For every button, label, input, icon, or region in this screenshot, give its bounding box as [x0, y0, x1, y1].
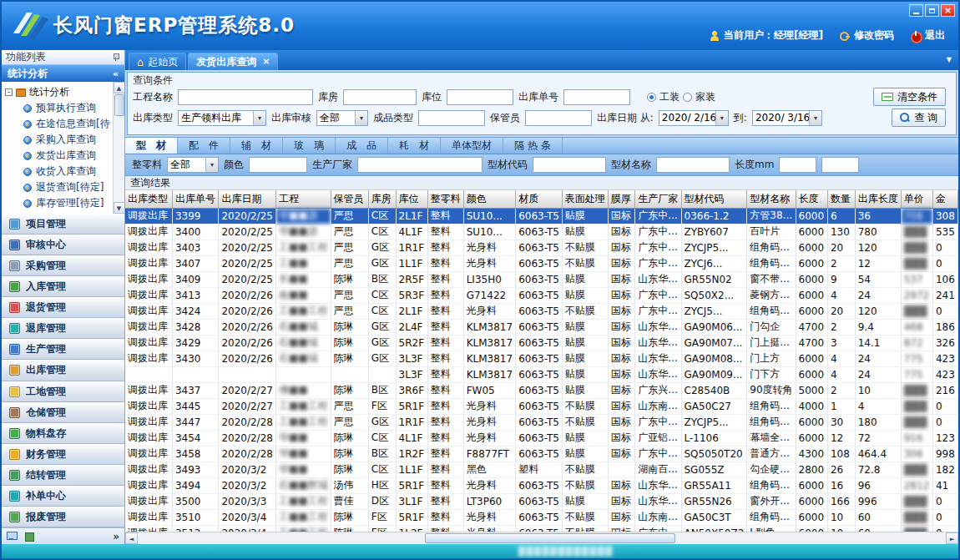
tab-home[interactable]: ⌂ 起始页: [129, 53, 186, 70]
close-tab-icon[interactable]: ×: [262, 53, 270, 70]
tree-item[interactable]: 发货出库查询: [5, 148, 113, 164]
location-input[interactable]: [447, 89, 513, 105]
hscroll-thumb[interactable]: [425, 533, 675, 543]
tree-item[interactable]: 在途信息查询[待: [5, 116, 113, 132]
tree-scrollbar[interactable]: ▲ ▼: [113, 82, 124, 214]
sidebar-module[interactable]: 审核中心: [2, 235, 124, 255]
column-header[interactable]: 型材名称: [747, 190, 796, 208]
sidebar-module[interactable]: 结转管理: [2, 465, 124, 486]
tree-item[interactable]: 收货入库查询: [5, 164, 113, 179]
expander-icon[interactable]: -: [5, 88, 13, 96]
table-row[interactable]: 调拨出库34072020/2/25工■■严思G区1L1F整料光身料6063-T5…: [125, 255, 958, 271]
table-row[interactable]: 调拨出库35122020/3/4工■■工程陈琳F区1L2F整料光身料6063-T…: [125, 525, 958, 532]
whole-scrap-select[interactable]: 全部 ▾: [167, 157, 219, 173]
tab-list-dropdown-icon[interactable]: ▼: [947, 56, 952, 63]
tree-root-statistics[interactable]: - 统计分析: [5, 84, 113, 100]
tree-item[interactable]: 库存管理[待定]: [5, 195, 113, 211]
material-tab[interactable]: 隔 热 条: [503, 138, 563, 154]
sidebar-module[interactable]: 退库管理: [2, 318, 124, 339]
material-tab[interactable]: 单体型材: [441, 138, 503, 154]
column-header[interactable]: 数量: [827, 190, 855, 208]
column-header[interactable]: 膜厚: [608, 190, 634, 208]
material-tab[interactable]: 玻 璃: [283, 138, 336, 154]
column-header[interactable]: 整零料: [427, 190, 463, 208]
table-row[interactable]: 调拨出库34032020/2/25工■■工程严思G区1R1F整料光身料6063-…: [125, 240, 958, 255]
material-tab[interactable]: 配 件: [178, 138, 230, 154]
outbound-type-select[interactable]: 生产领料出库 ▾: [178, 110, 266, 126]
table-row[interactable]: 调拨出库34302020/2/26石■■城陈琳G区3L3F整料KLM381760…: [125, 351, 958, 366]
sidebar-module[interactable]: 生产管理: [2, 339, 124, 360]
sidebar-module[interactable]: 财务管理: [2, 444, 124, 465]
table-row[interactable]: 调拨出库34372020/2/27佛■■陈琳B区3R6F整料FW056063-T…: [125, 382, 958, 398]
close-button[interactable]: ×: [941, 4, 955, 17]
scroll-right-icon[interactable]: ►: [946, 532, 958, 544]
scroll-up-icon[interactable]: ▲: [114, 82, 125, 93]
tree-item[interactable]: 采购入库查询: [5, 132, 113, 148]
radio-gongzhuang[interactable]: [647, 93, 656, 102]
sidebar-module[interactable]: 报废管理: [2, 507, 124, 527]
table-row[interactable]: 调拨出库35002020/3/3工■■工程曹佳D区3L1F整料LT3P60606…: [125, 493, 958, 509]
scroll-thumb[interactable]: [114, 94, 124, 116]
column-header[interactable]: 表面处理: [562, 190, 608, 208]
pin-icon[interactable]: [113, 53, 120, 61]
manufacturer-input[interactable]: [357, 157, 483, 173]
project-name-input[interactable]: [178, 89, 313, 105]
keeper-input[interactable]: [525, 110, 592, 126]
product-type-input[interactable]: [418, 110, 485, 126]
radio-jiazhuang[interactable]: [683, 93, 692, 102]
sidebar-module[interactable]: 出库管理: [2, 360, 124, 381]
sidebar-module[interactable]: 项目管理: [2, 214, 124, 235]
table-row[interactable]: 调拨出库34452020/2/27工■■工程严思F区5R1F整料光身料6063-…: [125, 398, 958, 414]
sidebar-module[interactable]: 补单中心: [2, 486, 124, 507]
monitor-icon[interactable]: [7, 532, 18, 541]
tab-shipping-outbound-query[interactable]: 发货出库查询 ×: [188, 53, 278, 70]
column-header[interactable]: 金: [932, 190, 957, 208]
sidebar-module[interactable]: 采购管理: [2, 255, 124, 276]
color-input[interactable]: [249, 157, 307, 173]
table-row[interactable]: 调拨出库34282020/2/26石■■城陈琳G区2L4F整料KLM381760…: [125, 319, 958, 335]
column-header[interactable]: 库房: [368, 190, 396, 208]
audit-select[interactable]: 全部 ▾: [316, 110, 368, 126]
column-header[interactable]: 保管员: [331, 190, 368, 208]
horizontal-scrollbar[interactable]: ◄ ►: [125, 532, 958, 544]
table-row[interactable]: 调拨出库34132020/2/26南■■严思C区5R3F整料G714226063…: [125, 287, 958, 303]
sidebar-module[interactable]: 仓储管理: [2, 402, 124, 423]
sidebar-module[interactable]: 物料盘存: [2, 423, 124, 444]
tree-item[interactable]: 预算执行查询: [5, 100, 113, 116]
table-row[interactable]: 调拨出库34242020/2/26工■■工程严思C区2L1F整料光身料6063-…: [125, 303, 958, 319]
scroll-left-icon[interactable]: ◄: [125, 532, 138, 544]
column-header[interactable]: 单价: [901, 190, 932, 208]
sidebar-module[interactable]: 工地管理: [2, 381, 124, 402]
length-max-input[interactable]: [821, 157, 859, 173]
warehouse-input[interactable]: [343, 89, 417, 105]
table-row[interactable]: 调拨出库34942020/3/2石■■辉城汤伟H区5R1F整料光身料6063-T…: [125, 477, 958, 493]
search-button[interactable]: 查 询: [892, 108, 946, 127]
material-tab[interactable]: 辅 材: [230, 138, 283, 154]
table-row[interactable]: 调拨出库34932020/3/2华■■陈琳C区1L1F整料黑色塑料不贴膜湖南百.…: [125, 462, 958, 477]
date-to-picker[interactable]: 2020/ 3/16 ▾: [752, 110, 822, 126]
table-row[interactable]: 调拨出库33992020/2/25华■■源严思C区2L1F整料SU10...60…: [125, 208, 958, 224]
column-header[interactable]: 型材代码: [681, 190, 747, 208]
material-tab[interactable]: 耗 材: [388, 138, 441, 154]
material-tab[interactable]: 型 材: [125, 138, 178, 154]
table-row[interactable]: 调拨出库35102020/3/4工■■工程陈琳F区5R1F整料光身料6063-T…: [125, 509, 958, 525]
profile-name-input[interactable]: [656, 157, 730, 173]
order-no-input[interactable]: [563, 89, 630, 105]
table-row[interactable]: 调拨出库34472020/2/28工■■工程严思G区1R1F整料光身料6063-…: [125, 414, 958, 430]
apps-icon[interactable]: [24, 532, 35, 541]
column-header[interactable]: 库位: [396, 190, 427, 208]
logout-button[interactable]: 退出: [911, 28, 945, 43]
column-header[interactable]: 出库长度: [855, 190, 901, 208]
change-password-button[interactable]: 修改密码: [840, 28, 894, 43]
column-header[interactable]: 出库日期: [219, 190, 276, 208]
table-row[interactable]: 调拨出库34092020/2/25长■■陈琳B区2R5F整料LI35H06063…: [125, 271, 958, 287]
collapse-icon[interactable]: «: [113, 68, 119, 79]
table-row[interactable]: 调拨出库34292020/2/26石■■城陈琳G区5R2F整料KLM381760…: [125, 335, 958, 351]
sidebar-section-statistics[interactable]: 统计分析 «: [2, 65, 124, 82]
clear-button[interactable]: 清空条件: [873, 88, 946, 106]
sidebar-module[interactable]: 入库管理: [2, 276, 124, 297]
column-header[interactable]: 生产厂家: [635, 190, 681, 208]
material-tab[interactable]: 成 品: [336, 138, 388, 154]
column-header[interactable]: 出库单号: [172, 190, 218, 208]
table-row[interactable]: 3L3F整料KLM38176063-T5贴膜国标山东华...GA90M09...…: [125, 366, 958, 382]
